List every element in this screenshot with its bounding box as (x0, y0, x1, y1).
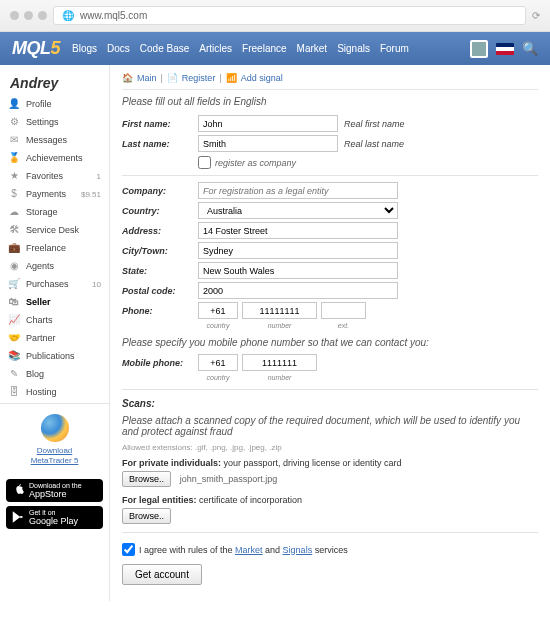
sidebar-item-label: Service Desk (26, 225, 79, 235)
sidebar-item-payments[interactable]: $Payments$9.51 (0, 185, 109, 203)
register-company-checkbox[interactable] (198, 156, 211, 169)
sidebar-item-label: Partner (26, 333, 56, 343)
sidebar-icon: 🏅 (8, 152, 20, 164)
sidebar-icon: ⚙ (8, 116, 20, 128)
sidebar-item-settings[interactable]: ⚙Settings (0, 113, 109, 131)
browse-private-button[interactable]: Browse.. (122, 471, 171, 487)
signal-icon: 📶 (226, 73, 237, 83)
logo[interactable]: MQL5 (12, 38, 60, 59)
browse-legal-button[interactable]: Browse.. (122, 508, 171, 524)
sidebar-badge: $9.51 (81, 190, 101, 199)
nav-signals[interactable]: Signals (337, 43, 370, 54)
sidebar-item-hosting[interactable]: 🗄Hosting (0, 383, 109, 401)
market-link[interactable]: Market (235, 545, 263, 555)
bc-main[interactable]: Main (137, 73, 157, 83)
last-name-label: Last name: (122, 139, 192, 149)
scans-hint: Please attach a scanned copy of the requ… (122, 415, 538, 437)
sidebar-icon: 👤 (8, 98, 20, 110)
sidebar-icon: 🛒 (8, 278, 20, 290)
doc-icon: 📄 (167, 73, 178, 83)
city-label: City/Town: (122, 246, 192, 256)
phone-label: Phone: (122, 306, 192, 316)
sidebar-item-storage[interactable]: ☁Storage (0, 203, 109, 221)
fill-hint: Please fill out all fields in English (122, 96, 538, 107)
sidebar-item-partner[interactable]: 🤝Partner (0, 329, 109, 347)
sidebar-item-label: Payments (26, 189, 66, 199)
reload-icon[interactable]: ⟳ (532, 10, 540, 21)
sidebar-item-agents[interactable]: ◉Agents (0, 257, 109, 275)
signals-link[interactable]: Signals (283, 545, 313, 555)
googleplay-badge[interactable]: Get it onGoogle Play (6, 506, 103, 529)
nav-blogs[interactable]: Blogs (72, 43, 97, 54)
sidebar-icon: $ (8, 188, 20, 200)
sidebar-item-label: Seller (26, 297, 51, 307)
first-name-input[interactable] (198, 115, 338, 132)
sidebar-icon: ✉ (8, 134, 20, 146)
sidebar-item-publications[interactable]: 📚Publications (0, 347, 109, 365)
sidebar-icon: ✎ (8, 368, 20, 380)
sidebar-item-blog[interactable]: ✎Blog (0, 365, 109, 383)
scans-title: Scans: (122, 398, 538, 409)
download-mt5-promo: DownloadMetaTrader 5 (0, 406, 109, 475)
sidebar-item-label: Favorites (26, 171, 63, 181)
address-bar[interactable]: 🌐 www.mql5.com (53, 6, 526, 25)
mobile-num-input[interactable] (242, 354, 317, 371)
bc-addsignal[interactable]: Add signal (241, 73, 283, 83)
avatar[interactable] (470, 40, 488, 58)
postal-label: Postal code: (122, 286, 192, 296)
sidebar-item-achievements[interactable]: 🏅Achievements (0, 149, 109, 167)
sidebar-item-label: Profile (26, 99, 52, 109)
lang-flag-icon[interactable] (496, 43, 514, 55)
nav-freelance[interactable]: Freelance (242, 43, 286, 54)
sidebar: Andrey 👤Profile⚙Settings✉Messages🏅Achiev… (0, 65, 110, 601)
sidebar-icon: 📚 (8, 350, 20, 362)
sidebar-item-seller[interactable]: 🛍Seller (0, 293, 109, 311)
address-label: Address: (122, 226, 192, 236)
appstore-badge[interactable]: Download on theAppStore (6, 479, 103, 502)
nav-market[interactable]: Market (297, 43, 328, 54)
last-name-input[interactable] (198, 135, 338, 152)
company-label: Company: (122, 186, 192, 196)
nav-forum[interactable]: Forum (380, 43, 409, 54)
phone-ext-input[interactable] (321, 302, 366, 319)
agree-checkbox[interactable] (122, 543, 135, 556)
window-controls[interactable] (10, 11, 47, 20)
sidebar-badge: 10 (92, 280, 101, 289)
address-input[interactable] (198, 222, 398, 239)
state-label: State: (122, 266, 192, 276)
sidebar-icon: 📈 (8, 314, 20, 326)
sidebar-item-label: Blog (26, 369, 44, 379)
sidebar-item-service-desk[interactable]: 🛠Service Desk (0, 221, 109, 239)
get-account-button[interactable]: Get account (122, 564, 202, 585)
sidebar-item-label: Freelance (26, 243, 66, 253)
agree-text: I agree with rules of the Market and Sig… (139, 545, 348, 555)
sidebar-item-profile[interactable]: 👤Profile (0, 95, 109, 113)
country-select[interactable]: Australia (198, 202, 398, 219)
sidebar-item-label: Agents (26, 261, 54, 271)
sidebar-item-purchases[interactable]: 🛒Purchases10 (0, 275, 109, 293)
sidebar-item-label: Storage (26, 207, 58, 217)
sidebar-item-charts[interactable]: 📈Charts (0, 311, 109, 329)
sidebar-item-label: Publications (26, 351, 75, 361)
sidebar-item-favorites[interactable]: ★Favorites1 (0, 167, 109, 185)
bc-register[interactable]: Register (182, 73, 216, 83)
sidebar-item-freelance[interactable]: 💼Freelance (0, 239, 109, 257)
download-link[interactable]: DownloadMetaTrader 5 (6, 446, 103, 467)
private-file-label: For private individuals: your passport, … (122, 458, 538, 468)
phone-cc-input[interactable] (198, 302, 238, 319)
sidebar-item-label: Messages (26, 135, 67, 145)
city-input[interactable] (198, 242, 398, 259)
sidebar-item-messages[interactable]: ✉Messages (0, 131, 109, 149)
nav-docs[interactable]: Docs (107, 43, 130, 54)
sidebar-item-label: Charts (26, 315, 53, 325)
mobile-cc-input[interactable] (198, 354, 238, 371)
nav-articles[interactable]: Articles (199, 43, 232, 54)
sidebar-icon: 💼 (8, 242, 20, 254)
nav-codebase[interactable]: Code Base (140, 43, 189, 54)
phone-num-input[interactable] (242, 302, 317, 319)
postal-input[interactable] (198, 282, 398, 299)
country-label: Country: (122, 206, 192, 216)
search-icon[interactable]: 🔍 (522, 41, 538, 56)
sidebar-icon: ★ (8, 170, 20, 182)
state-input[interactable] (198, 262, 398, 279)
